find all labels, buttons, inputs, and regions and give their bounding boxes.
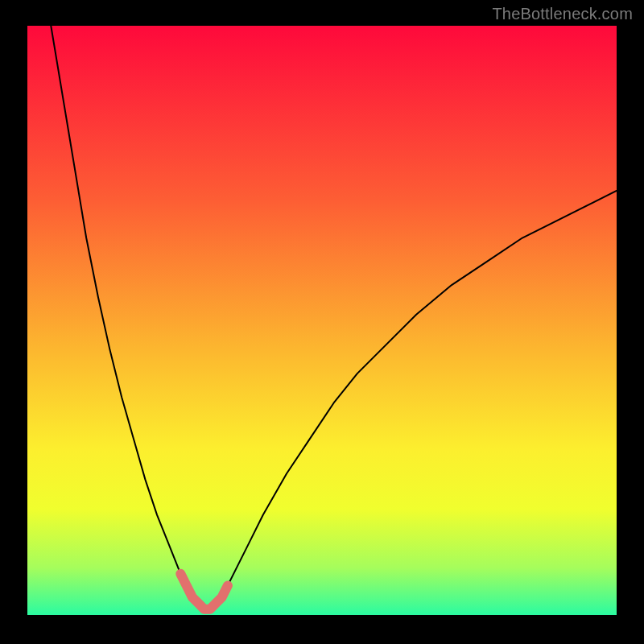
- plot-background: [27, 26, 617, 615]
- chart-stage: TheBottleneck.com: [0, 0, 644, 644]
- watermark-text: TheBottleneck.com: [492, 5, 633, 23]
- bottleneck-chart: [0, 0, 644, 644]
